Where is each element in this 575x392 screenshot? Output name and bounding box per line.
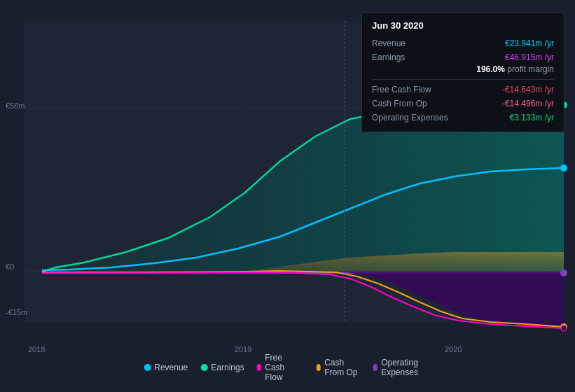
legend-label-earnings: Earnings [211,363,244,372]
tooltip-value-fcf: -€14.643m /yr [502,85,554,94]
tooltip-label-revenue: Revenue [372,38,456,48]
chart-legend: Revenue Earnings Free Cash Flow Cash Fro… [144,353,431,382]
x-label-2020: 2020 [445,345,462,354]
legend-item-fcf[interactable]: Free Cash Flow [257,353,304,382]
tooltip-value-revenue: €23.941m /yr [505,38,554,48]
data-tooltip: Jun 30 2020 Revenue €23.941m /yr Earning… [361,13,564,132]
tooltip-profit-label: profit margin [507,64,554,74]
tooltip-label-fcf: Free Cash Flow [372,85,456,94]
y-label-neg15m: -€15m [6,308,27,316]
tooltip-label-opex: Operating Expenses [372,113,456,122]
tooltip-label-cashfromop: Cash From Op [372,99,456,108]
tooltip-value-opex: €3.133m /yr [510,113,554,122]
tooltip-profit-pct: 196.0% [476,64,507,74]
x-label-2018: 2018 [28,345,45,354]
y-label-50m: €50m [6,102,25,110]
legend-item-opex[interactable]: Operating Expenses [373,358,431,377]
y-label-0: €0 [6,262,14,271]
legend-dot-revenue [144,364,151,371]
tooltip-date: Jun 30 2020 [372,20,554,31]
tooltip-row-opex: Operating Expenses €3.133m /yr [372,111,554,125]
legend-item-revenue[interactable]: Revenue [144,363,188,372]
legend-label-opex: Operating Expenses [381,358,431,377]
tooltip-row-cashfromop: Cash From Op -€14.496m /yr [372,97,554,111]
legend-label-fcf: Free Cash Flow [265,353,303,382]
tooltip-row-earnings: Earnings €46.915m /yr [372,50,554,64]
chart-container: €50m €0 -€15m 2018 2019 2020 Jun 30 2020… [0,0,575,392]
tooltip-row-revenue: Revenue €23.941m /yr [372,36,554,50]
legend-item-cashfromop[interactable]: Cash From Op [317,358,361,377]
svg-point-9 [561,326,567,331]
legend-label-revenue: Revenue [154,363,188,372]
tooltip-value-cashfromop: -€14.496m /yr [502,99,554,108]
legend-item-earnings[interactable]: Earnings [200,363,244,372]
svg-point-7 [560,270,567,276]
legend-dot-earnings [200,364,207,371]
tooltip-profit-margin-row: 196.0% profit margin [372,64,554,76]
legend-dot-cashfromop [317,364,321,371]
legend-dot-opex [373,364,378,371]
legend-label-cashfromop: Cash From Op [324,358,360,377]
svg-point-6 [560,164,567,172]
legend-dot-fcf [257,364,262,371]
tooltip-value-earnings: €46.915m /yr [505,52,554,62]
tooltip-label-earnings: Earnings [372,52,456,62]
tooltip-row-fcf: Free Cash Flow -€14.643m /yr [372,83,554,97]
